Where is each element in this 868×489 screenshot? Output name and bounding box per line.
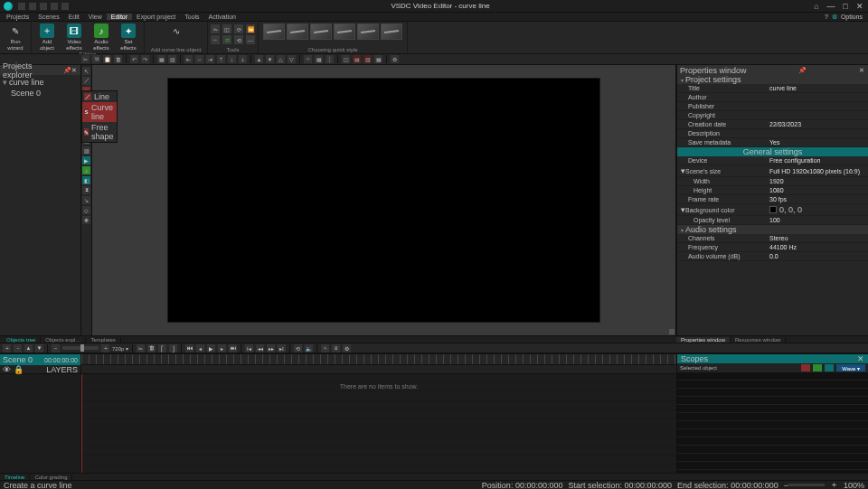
vt-select-icon[interactable]: ↖ bbox=[82, 67, 90, 75]
tool-more-icon[interactable]: ⋯ bbox=[246, 35, 255, 44]
window-home-button[interactable]: ⌂ bbox=[812, 2, 821, 11]
menu-help-icon[interactable]: ? bbox=[825, 14, 828, 20]
shape-freeshape-item[interactable]: ✎ Free shape bbox=[82, 122, 117, 142]
prop-height-value[interactable]: 1080 bbox=[766, 186, 868, 195]
remove-track-icon[interactable]: － bbox=[14, 344, 22, 353]
settings-tl-icon[interactable]: ⚙ bbox=[343, 344, 351, 353]
menu-projects[interactable]: Projects bbox=[2, 14, 33, 20]
go-end-icon[interactable]: ⏭ bbox=[229, 344, 237, 353]
et-align-right-icon[interactable]: ⇥ bbox=[206, 55, 214, 63]
timeline-playhead[interactable] bbox=[81, 374, 82, 473]
step-back-icon[interactable]: ◂ bbox=[196, 344, 204, 353]
qat-redo-icon[interactable] bbox=[61, 3, 69, 10]
et-back-icon[interactable]: ▼ bbox=[266, 55, 274, 63]
et-align-mid-icon[interactable]: ↕ bbox=[228, 55, 236, 63]
timeline-tab[interactable]: Timeline bbox=[0, 475, 30, 480]
ribbon-set-effects-button[interactable]: ✦ Set effects bbox=[116, 23, 141, 52]
ribbon-video-effects-button[interactable]: 🎞 Video effects bbox=[61, 23, 87, 52]
et-align-left-icon[interactable]: ⇤ bbox=[184, 55, 193, 63]
go-start-icon[interactable]: ⏮ bbox=[185, 344, 193, 353]
et-front-icon[interactable]: ▲ bbox=[255, 55, 263, 63]
prop-device-value[interactable]: Free configuration bbox=[766, 156, 868, 165]
zoom-in-icon[interactable]: ＋ bbox=[101, 344, 109, 353]
prop-scene-size-value[interactable]: Full HD 1920x1080 pixels (16:9) bbox=[766, 165, 868, 177]
et-align-center-icon[interactable]: ↔ bbox=[195, 55, 203, 63]
et-backward-icon[interactable]: ▽ bbox=[288, 55, 296, 63]
magnet-icon[interactable]: ⧲ bbox=[332, 344, 340, 353]
vt-arrow-icon[interactable]: ↘ bbox=[82, 196, 90, 204]
tool-link-icon[interactable]: ↔ bbox=[211, 35, 220, 44]
prop-volume-value[interactable]: 0.0 bbox=[766, 252, 868, 261]
menu-export[interactable]: Export project bbox=[132, 14, 180, 20]
et-settings-icon[interactable]: ⚙ bbox=[391, 55, 399, 63]
menu-activation[interactable]: Activation bbox=[204, 14, 241, 20]
timeline-track-headers[interactable] bbox=[0, 374, 80, 473]
mute-icon[interactable]: 🔈 bbox=[305, 344, 313, 353]
vt-chart-icon[interactable]: ▥ bbox=[82, 146, 90, 155]
et-lock3-icon[interactable]: ▦ bbox=[374, 55, 382, 63]
prop-opacity-value[interactable]: 100 bbox=[766, 216, 868, 225]
scopes-close-icon[interactable]: ✕ bbox=[857, 354, 864, 363]
tool-rotate-icon[interactable]: ⟳ bbox=[234, 24, 243, 33]
qat-undo-icon[interactable] bbox=[51, 3, 58, 10]
snap-tl-icon[interactable]: ⌗ bbox=[321, 344, 329, 353]
et-ungroup-icon[interactable]: ▥ bbox=[168, 55, 176, 63]
split-icon[interactable]: ✂ bbox=[137, 344, 145, 353]
shape-line-item[interactable]: ／ Line bbox=[82, 91, 117, 102]
et-redo-icon[interactable]: ↷ bbox=[141, 55, 149, 63]
ribbon-add-object-button[interactable]: ＋ Add object bbox=[34, 23, 60, 52]
tool-reverse-icon[interactable]: ⇄ bbox=[222, 35, 231, 44]
prev-key-icon[interactable]: ◂◂ bbox=[256, 344, 264, 353]
mark-in-icon[interactable]: ⎡ bbox=[158, 344, 166, 353]
status-zoom-plus[interactable]: ＋ bbox=[830, 479, 838, 489]
qat-open-icon[interactable] bbox=[29, 3, 36, 10]
props-general-settings-bar[interactable]: General settings bbox=[677, 147, 868, 156]
tl-eye-icon[interactable]: 👁 bbox=[3, 365, 11, 374]
tree-scene-node[interactable]: Scene 0 bbox=[2, 88, 79, 99]
properties-window-tab[interactable]: Properties window bbox=[676, 337, 731, 343]
preview-stage[interactable] bbox=[168, 79, 599, 321]
prop-creation-date-value[interactable]: 22/03/2023 bbox=[766, 120, 868, 129]
loop-icon[interactable]: ⟲ bbox=[294, 344, 302, 353]
prop-publisher-value[interactable] bbox=[766, 102, 868, 111]
et-align-top-icon[interactable]: ⇡ bbox=[217, 55, 225, 63]
prop-bg-color-value[interactable]: 0, 0, 0 bbox=[766, 204, 868, 216]
zoom-out-icon[interactable]: − bbox=[52, 344, 60, 353]
menu-view[interactable]: View bbox=[84, 14, 107, 20]
vt-tracker-icon[interactable]: ◇ bbox=[82, 206, 90, 214]
et-lock-icon[interactable]: ▤ bbox=[353, 55, 361, 63]
quick-style-6[interactable] bbox=[381, 24, 402, 40]
props-bg-toggle[interactable]: ▾ Background color bbox=[677, 204, 766, 216]
props-audio-settings-hdr[interactable]: ▾ Audio settings bbox=[677, 225, 868, 234]
window-minimize-button[interactable]: — bbox=[826, 2, 835, 11]
timeline-ruler[interactable] bbox=[81, 354, 676, 365]
quick-style-5[interactable] bbox=[357, 24, 379, 40]
window-maximize-button[interactable]: □ bbox=[841, 2, 850, 11]
timeline-tracks[interactable]: There are no items to show. bbox=[81, 374, 676, 473]
ribbon-curveline-button[interactable]: ∿ bbox=[164, 23, 189, 38]
quick-style-2[interactable] bbox=[287, 24, 308, 40]
next-key-icon[interactable]: ▸▸ bbox=[267, 344, 275, 353]
bg-color-swatch[interactable] bbox=[769, 206, 777, 213]
et-grid-icon[interactable]: ▦ bbox=[315, 55, 323, 63]
scopes-mode-select[interactable]: Wave ▾ bbox=[836, 364, 865, 371]
prop-save-metadata-value[interactable]: Yes bbox=[766, 138, 868, 147]
et-forward-icon[interactable]: △ bbox=[277, 55, 285, 63]
step-fwd-icon[interactable]: ▸ bbox=[218, 344, 226, 353]
prop-fps-value[interactable]: 30 fps bbox=[766, 195, 868, 204]
et-cut-icon[interactable]: ✂ bbox=[81, 55, 90, 63]
timeline-area[interactable]: There are no items to show. bbox=[81, 354, 676, 473]
color-grading-tab[interactable]: Color grading bbox=[30, 475, 72, 480]
et-snap-icon[interactable]: ⌗ bbox=[304, 55, 312, 63]
qat-save-icon[interactable] bbox=[40, 3, 47, 10]
timeline-scene-label[interactable]: Scene 0 bbox=[3, 355, 33, 364]
props-project-settings-hdr[interactable]: ▾ Project settings bbox=[677, 75, 868, 84]
menu-options-lbl[interactable]: Options bbox=[841, 14, 863, 20]
prop-title-value[interactable]: curve line bbox=[766, 84, 868, 93]
shape-curveline-item[interactable]: S Curve line bbox=[82, 102, 117, 122]
tl-lock-header-icon[interactable]: 🔒 bbox=[14, 365, 24, 374]
tool-cut-icon[interactable]: ✂ bbox=[211, 24, 220, 33]
et-undo-icon[interactable]: ↶ bbox=[130, 55, 138, 63]
props-pin-icon[interactable]: 📌 bbox=[798, 67, 806, 74]
prop-channels-value[interactable]: Stereo bbox=[766, 234, 868, 243]
